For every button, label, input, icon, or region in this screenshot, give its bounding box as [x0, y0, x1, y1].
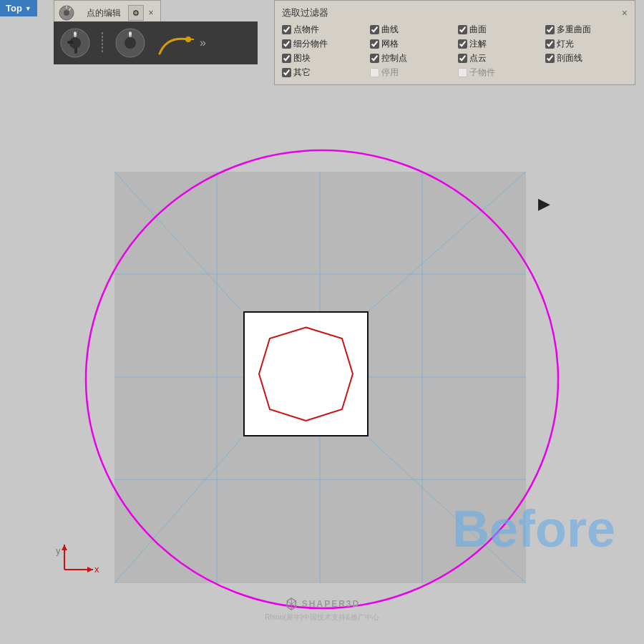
viewport-label[interactable]: Top ▼: [0, 0, 37, 16]
filter-label-10: 点云: [469, 52, 487, 64]
filter-label-1: 曲线: [381, 24, 399, 36]
filter-label-6: 注解: [469, 38, 487, 50]
filter-label-2: 曲面: [469, 24, 487, 36]
filter-checkbox-5[interactable]: [370, 39, 379, 49]
selection-filter-grid: 点物件曲线曲面多重曲面细分物件网格注解灯光图块控制点点云剖面线其它停用子物件: [282, 24, 628, 79]
arc-indicator: [152, 25, 195, 61]
filter-item-3: 多重曲面: [545, 24, 628, 36]
filter-item-14: 子物件: [458, 67, 540, 79]
filter-checkbox-6[interactable]: [458, 39, 467, 49]
filter-checkbox-3[interactable]: [545, 25, 555, 34]
watermark: SHAPER3D Rhino(犀牛)中国技术支持&推广中心: [265, 597, 379, 623]
filter-item-1: 曲线: [370, 24, 452, 36]
svg-rect-30: [74, 48, 77, 54]
svg-rect-29: [67, 41, 73, 44]
filter-item-5: 网格: [370, 38, 452, 50]
svg-point-36: [129, 32, 132, 35]
filter-checkbox-14[interactable]: [458, 68, 467, 77]
filter-checkbox-10[interactable]: [458, 54, 467, 63]
more-arrows[interactable]: »: [200, 36, 206, 49]
filter-label-11: 剖面线: [557, 52, 582, 64]
filter-label-9: 控制点: [381, 52, 407, 64]
toolbar-actions: ⚙ ×: [128, 5, 157, 21]
svg-text:x: x: [94, 564, 99, 575]
viewport-dropdown-arrow[interactable]: ▼: [25, 5, 31, 12]
dial-connector: [97, 25, 108, 61]
filter-checkbox-7[interactable]: [545, 39, 555, 49]
filter-item-8: 图块: [282, 52, 364, 64]
filter-label-12: 其它: [293, 67, 311, 79]
filter-label-14: 子物件: [469, 67, 495, 79]
filter-item-4: 细分物件: [282, 38, 364, 50]
filter-item-11: 剖面线: [545, 52, 628, 64]
selection-filter-close[interactable]: ×: [622, 7, 628, 19]
svg-marker-11: [259, 328, 353, 421]
filter-checkbox-9[interactable]: [370, 54, 379, 63]
filter-label-0: 点物件: [293, 24, 319, 36]
toolbar-title: 点的编辑: [82, 7, 125, 19]
selection-filter-title: 选取过滤器: [282, 6, 328, 19]
viewport[interactable]: ▶ x y Before SHAPER3D Rhino(犀牛)中国技术支持&推广…: [0, 0, 644, 644]
dial-area: »: [54, 21, 258, 64]
watermark-tagline: Rhino(犀牛)中国技术支持&推广中心: [265, 613, 379, 623]
viewport-label-text: Top: [6, 3, 22, 14]
before-label: Before: [452, 499, 615, 558]
filter-item-13: 停用: [370, 67, 452, 79]
svg-text:y: y: [56, 545, 61, 556]
filter-checkbox-12[interactable]: [282, 68, 291, 77]
viewport-axes: x y: [50, 541, 107, 587]
filter-item-9: 控制点: [370, 52, 452, 64]
selection-filter-header: 选取过滤器 ×: [282, 6, 628, 19]
filter-item-7: 灯光: [545, 38, 628, 50]
filter-item-6: 注解: [458, 38, 540, 50]
filter-checkbox-1[interactable]: [370, 25, 379, 34]
filter-checkbox-8[interactable]: [282, 54, 291, 63]
filter-label-5: 网格: [381, 38, 399, 50]
dial-1[interactable]: [57, 25, 93, 61]
dial-2[interactable]: [112, 25, 148, 61]
filter-label-13: 停用: [381, 67, 399, 79]
toolbar-dial-icon: [58, 3, 79, 23]
filter-label-3: 多重曲面: [557, 24, 591, 36]
filter-checkbox-2[interactable]: [458, 25, 467, 34]
svg-point-23: [64, 10, 69, 16]
filter-item-2: 曲面: [458, 24, 540, 36]
filter-checkbox-13[interactable]: [370, 68, 379, 77]
svg-point-31: [74, 32, 77, 35]
filter-item-0: 点物件: [282, 24, 364, 36]
svg-marker-13: [87, 567, 93, 572]
filter-item-10: 点云: [458, 52, 540, 64]
filter-checkbox-0[interactable]: [282, 25, 291, 34]
filter-checkbox-11[interactable]: [545, 54, 555, 63]
filter-label-4: 细分物件: [293, 38, 328, 50]
filter-label-8: 图块: [293, 52, 311, 64]
toolbar-close-button[interactable]: ×: [145, 7, 157, 19]
selection-filter-panel: 选取过滤器 × 点物件曲线曲面多重曲面细分物件网格注解灯光图块控制点点云剖面线其…: [274, 0, 635, 85]
svg-point-34: [125, 37, 136, 49]
filter-label-7: 灯光: [557, 38, 574, 50]
filter-checkbox-4[interactable]: [282, 39, 291, 49]
octagon: [243, 311, 369, 436]
mouse-cursor: ▶: [538, 195, 550, 213]
filter-item-12: 其它: [282, 67, 364, 79]
svg-marker-16: [62, 545, 67, 550]
watermark-brand: SHAPER3D: [302, 599, 360, 609]
toolbar-gear-button[interactable]: ⚙: [128, 5, 144, 21]
